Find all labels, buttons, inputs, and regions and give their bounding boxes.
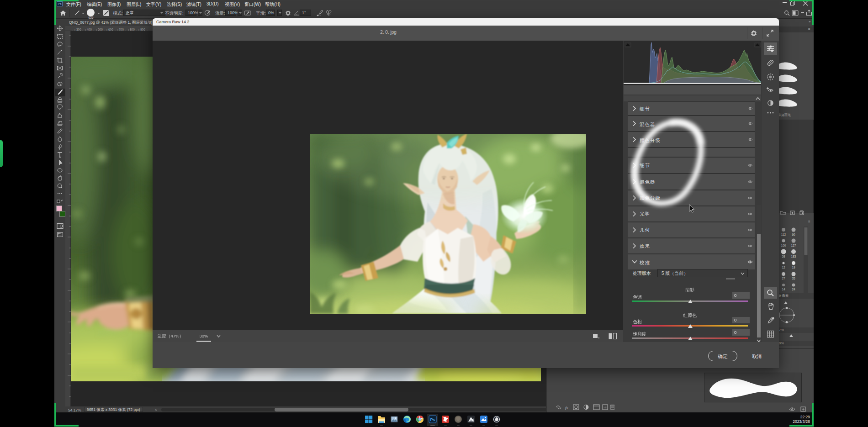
svg-text:光学: 光学	[640, 211, 650, 216]
svg-text:700: 700	[119, 28, 124, 31]
svg-text:几何: 几何	[640, 227, 650, 232]
svg-text:细节: 细节	[640, 106, 650, 111]
svg-text:300: 300	[76, 28, 81, 31]
svg-text:12: 12	[782, 266, 785, 269]
svg-text:颜色分级: 颜色分级	[640, 195, 661, 200]
svg-text:校准: 校准	[639, 260, 650, 265]
svg-text:183: 183	[791, 255, 796, 258]
svg-text:混色器: 混色器	[640, 121, 656, 127]
svg-text:600: 600	[108, 28, 113, 31]
svg-text:500: 500	[98, 28, 103, 31]
svg-text:27: 27	[782, 277, 785, 280]
svg-text:100: 100	[781, 244, 786, 247]
svg-text:60: 60	[792, 233, 795, 236]
svg-text:24: 24	[792, 288, 795, 291]
svg-text:Ps: Ps	[430, 417, 435, 422]
svg-text:900: 900	[140, 28, 145, 31]
svg-text:127: 127	[791, 244, 796, 247]
svg-text:400: 400	[87, 28, 92, 31]
svg-text:效果: 效果	[640, 243, 650, 248]
svg-text:35: 35	[792, 277, 795, 280]
svg-text:混色器: 混色器	[640, 179, 656, 185]
svg-text:19: 19	[792, 266, 795, 269]
svg-text:fx: fx	[565, 406, 568, 410]
svg-text:细节: 细节	[640, 163, 650, 168]
svg-text:112: 112	[781, 233, 786, 236]
svg-text:58: 58	[782, 255, 785, 258]
svg-text:颜色分级: 颜色分级	[640, 137, 661, 143]
svg-text:800: 800	[130, 28, 135, 31]
svg-text:14: 14	[782, 288, 785, 291]
